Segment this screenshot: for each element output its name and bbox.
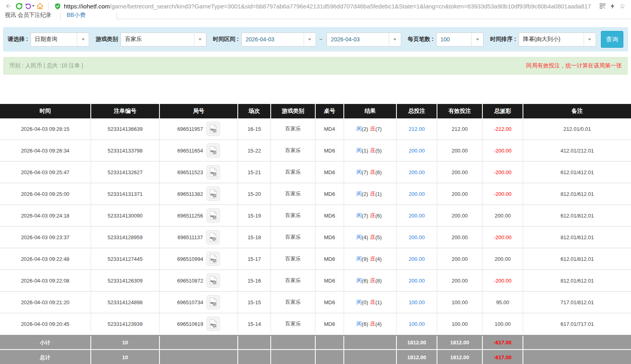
cell-bet-id: 523314127445: [91, 248, 160, 269]
result-banker-score: (8): [376, 278, 382, 284]
video-file-icon: [209, 232, 217, 242]
cell-total-bet[interactable]: 200.00: [397, 205, 437, 226]
cell-table-number: MD6: [316, 162, 344, 183]
video-file-icon: [209, 211, 217, 220]
table-row: 2026-04-03 09:26:34 523314133798 6965116…: [0, 140, 631, 162]
sort-order-select[interactable]: 降幂(由大到小): [519, 33, 596, 47]
video-replay-button[interactable]: [206, 230, 220, 244]
video-replay-button[interactable]: [206, 295, 220, 309]
column-header: 总投注: [397, 104, 437, 118]
table-row: 2026-04-03 09:20:45 523314123939 6965106…: [0, 313, 631, 335]
chevron-down-icon[interactable]: [77, 33, 89, 46]
cell-total-bet[interactable]: 200.00: [397, 162, 437, 183]
video-replay-button[interactable]: [206, 208, 220, 223]
cell-bet-id: 523314132627: [91, 162, 160, 183]
result-banker-score: (5): [376, 148, 382, 154]
total-total-bet: 1812.00: [397, 350, 437, 364]
lightning-bolt-icon[interactable]: [610, 3, 615, 10]
cell-session: 15-21: [238, 162, 271, 183]
cell-game-type: 百家乐: [271, 162, 316, 183]
search-button[interactable]: 查询: [601, 31, 623, 48]
bookmark-star-icon[interactable]: ☆: [619, 3, 625, 10]
chevron-down-icon[interactable]: [471, 33, 483, 46]
cell-game-type: 百家乐: [271, 205, 316, 226]
tab-bb-tip[interactable]: BB小费: [67, 12, 86, 19]
result-player-label: 闲: [357, 277, 362, 284]
tab-bottom-border: [116, 19, 631, 19]
cell-bet-id: 523314131371: [91, 183, 160, 204]
subtotal-count: 10: [91, 336, 160, 349]
cell-result: 闲(0)庄(1): [344, 292, 397, 313]
tab-video-bet-records[interactable]: 视讯 会员下注纪录: [5, 12, 51, 19]
cell-total-bet[interactable]: 212.00: [397, 118, 437, 139]
video-replay-button[interactable]: [206, 143, 220, 158]
cell-result: 闲(6)庄(8): [344, 270, 397, 291]
result-banker-label: 庄: [370, 212, 376, 219]
result-banker-label: 庄: [370, 147, 376, 154]
cell-total-bet[interactable]: 200.00: [397, 248, 437, 269]
video-replay-button[interactable]: [206, 317, 220, 331]
game-type-select[interactable]: 百家乐: [120, 33, 206, 47]
cell-remark: 617.01/717.01: [523, 313, 631, 334]
chevron-down-icon[interactable]: [389, 33, 401, 46]
subtotal-total-bet: 1812.00: [397, 336, 437, 349]
video-replay-button[interactable]: [206, 252, 220, 266]
cell-total-bet[interactable]: 200.00: [397, 140, 437, 161]
cell-valid-bet: 200.00: [437, 270, 483, 291]
home-button[interactable]: [35, 1, 45, 11]
video-file-icon: [209, 319, 217, 329]
undo-dropdown-caret-icon[interactable]: [32, 5, 35, 7]
cell-round-number: 696510994: [160, 248, 238, 269]
cell-bet-id: 523314124898: [91, 292, 160, 313]
security-shield-icon: [54, 2, 61, 10]
qr-code-icon[interactable]: [599, 3, 606, 9]
result-player-label: 闲: [357, 169, 362, 176]
query-type-select[interactable]: 日期查询: [31, 33, 90, 47]
cell-valid-bet: 200.00: [437, 162, 483, 183]
chevron-down-icon[interactable]: [304, 33, 316, 46]
column-header: 结果: [344, 104, 397, 118]
cell-total-bet[interactable]: 200.00: [397, 270, 437, 291]
address-bar[interactable]: https://iohetf.com/game/betrecord_search…: [52, 1, 628, 11]
date-to-input[interactable]: 2026-04-03: [327, 33, 401, 47]
round-number: 696511654: [177, 148, 203, 154]
cell-valid-bet: 100.00: [437, 313, 483, 334]
result-player-score: (7): [362, 213, 368, 219]
round-number: 696511256: [177, 213, 203, 219]
cell-session: 16-15: [238, 118, 271, 139]
cell-total-bet[interactable]: 200.00: [397, 227, 437, 248]
cell-total-bet[interactable]: 100.00: [397, 313, 437, 334]
url-text[interactable]: https://iohetf.com/game/betrecord_search…: [64, 3, 596, 10]
cell-table-number: MD6: [316, 270, 344, 291]
chevron-down-icon[interactable]: [194, 33, 206, 46]
video-replay-button[interactable]: [206, 122, 220, 136]
cell-total-bet[interactable]: 200.00: [397, 183, 437, 204]
result-player-label: 闲: [357, 125, 362, 132]
cell-session: 15-20: [238, 183, 271, 204]
home-icon: [36, 2, 44, 10]
back-button[interactable]: [3, 1, 14, 11]
video-replay-button[interactable]: [206, 187, 220, 201]
cell-remark: 412.01/212.01: [523, 140, 631, 161]
date-from-input[interactable]: 2026-04-03: [241, 33, 316, 47]
cell-table-number: MD6: [316, 140, 344, 161]
query-type-value: 日期查询: [31, 33, 77, 46]
chevron-down-icon[interactable]: [584, 33, 596, 46]
cell-bet-id: 523314136639: [91, 118, 160, 139]
video-replay-button[interactable]: [206, 273, 220, 288]
video-file-icon: [209, 146, 217, 155]
table-row: 2026-04-03 09:25:47 523314132627 6965115…: [0, 162, 631, 183]
refresh-button[interactable]: [14, 1, 24, 11]
cell-result: 闲(1)庄(5): [344, 140, 397, 161]
cell-table-number: MD6: [316, 183, 344, 204]
cell-result: 闲(2)庄(7): [344, 118, 397, 139]
url-path: /game/betrecord_search/kind3?GameType=30…: [110, 3, 591, 10]
cell-total-bet[interactable]: 100.00: [397, 292, 437, 313]
page-size-select[interactable]: 100: [436, 33, 484, 47]
cell-time: 2026-04-03 09:22:48: [0, 248, 91, 269]
round-number: 696511137: [178, 234, 203, 240]
total-label: 总计: [0, 350, 91, 364]
valid-bet-notice: 同局有效投注，统一计算在该局第一张: [526, 62, 622, 69]
video-replay-button[interactable]: [206, 165, 220, 179]
undo-button[interactable]: [24, 1, 35, 11]
